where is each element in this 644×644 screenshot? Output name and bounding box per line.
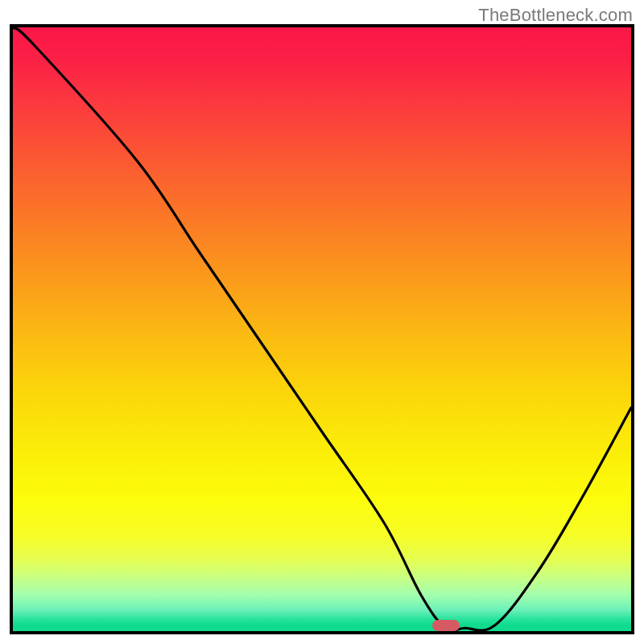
bottleneck-curve <box>13 27 631 631</box>
chart-area <box>10 24 634 634</box>
optimum-marker <box>432 620 460 631</box>
watermark-text: TheBottleneck.com <box>478 5 633 26</box>
